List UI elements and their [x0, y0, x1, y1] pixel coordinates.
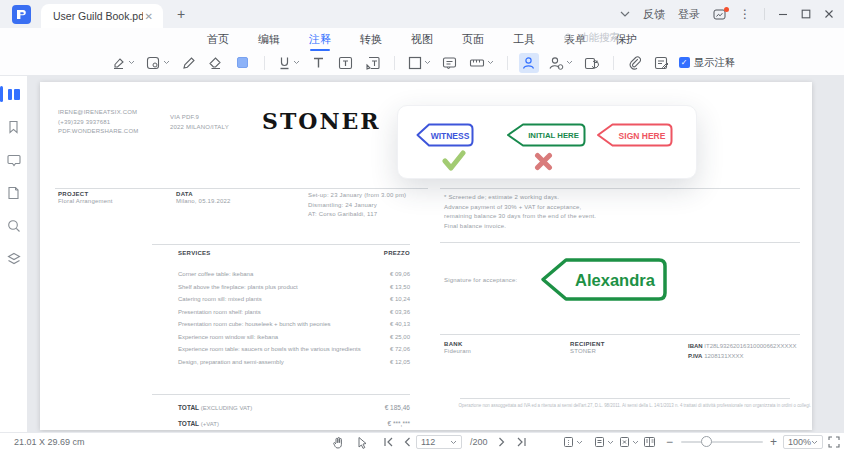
divider	[440, 334, 800, 335]
layers-panel-button[interactable]	[6, 251, 22, 267]
maximize-button[interactable]	[801, 9, 811, 19]
more-menu-icon[interactable]: ⋮	[739, 7, 751, 21]
underline-tool-button[interactable]	[276, 53, 302, 73]
search-icon	[7, 219, 21, 233]
page-scroll-mode-button[interactable]	[619, 433, 639, 450]
pencil-icon	[182, 56, 196, 70]
toolbar: ✓ 显示注释	[0, 50, 844, 76]
attachment-button[interactable]	[625, 53, 645, 73]
comments-panel-button[interactable]	[6, 152, 22, 168]
cursor-icon	[356, 436, 368, 449]
notes-panel-button[interactable]	[652, 53, 672, 73]
hand-icon	[332, 436, 344, 449]
page-layout-button[interactable]	[594, 433, 614, 450]
signature-stamp[interactable]: Alexandra	[540, 257, 668, 302]
stamp-sign-here[interactable]: SIGN HERE	[596, 123, 673, 147]
two-page-view-button[interactable]	[643, 433, 656, 450]
status-bar: 21.01 X 29.69 cm 112 /200 −	[0, 432, 844, 450]
bookmarks-panel-button[interactable]	[6, 119, 22, 135]
fullscreen-button[interactable]	[828, 433, 840, 450]
typewriter-button[interactable]	[363, 53, 383, 73]
zoom-level-field[interactable]: 100%	[783, 435, 823, 449]
measure-button[interactable]	[467, 53, 496, 73]
contact-block: IRENE@IRENEATSIX.COM (+39)329 3937681 PD…	[58, 108, 138, 137]
show-annotations-toggle[interactable]: ✓ 显示注释	[679, 56, 736, 70]
services-header: SERVICES PREZZO	[178, 250, 410, 256]
shapes-button[interactable]	[406, 53, 433, 73]
zoom-out-button[interactable]: −	[666, 433, 673, 450]
zoom-in-button[interactable]: +	[770, 433, 777, 450]
highlight-tool-button[interactable]	[109, 53, 137, 73]
add-text-button[interactable]	[309, 53, 329, 73]
menu-view[interactable]: 视图	[410, 30, 434, 49]
close-button[interactable]	[824, 9, 834, 19]
recipient-block: RECIPIENT STONER	[570, 341, 605, 357]
divider	[152, 244, 410, 245]
last-page-button[interactable]	[516, 433, 527, 450]
stamp-tool-button[interactable]	[519, 53, 539, 73]
single-page-view-button[interactable]	[563, 433, 583, 450]
eraser-tool-button[interactable]	[206, 53, 226, 73]
zoom-slider-knob[interactable]	[701, 436, 712, 447]
attachments-panel-button[interactable]	[6, 185, 22, 201]
collapse-chevron-icon[interactable]	[620, 11, 630, 17]
menu-home[interactable]: 首页	[206, 30, 230, 49]
promotion-icon[interactable]	[713, 9, 726, 20]
text-box-button[interactable]	[336, 53, 356, 73]
color-swatch-button[interactable]	[233, 53, 253, 73]
signature-button[interactable]	[546, 53, 575, 73]
fullscreen-icon	[828, 436, 840, 448]
menu-convert[interactable]: 转换	[359, 30, 383, 49]
notes-block: * Screened de; estimate 2 working days. …	[444, 193, 596, 231]
title-bar: User Guild Book.pdf ✕ + 反馈 登录 ⋮	[0, 0, 844, 28]
table-row: Presentation room cube: houseleek + bunc…	[178, 318, 410, 331]
manage-stamps-button[interactable]	[582, 53, 602, 73]
divider	[55, 188, 428, 189]
new-tab-button[interactable]: +	[177, 6, 185, 22]
menu-tools[interactable]: 工具	[512, 30, 536, 49]
last-page-icon	[516, 437, 527, 447]
chevron-left-icon	[403, 437, 411, 447]
menu-comment[interactable]: 注释	[308, 30, 332, 49]
feature-search-hint: 功能搜索	[578, 31, 620, 45]
zoom-level-value: 100%	[788, 437, 811, 447]
menu-page[interactable]: 页面	[461, 30, 485, 49]
tab-close-icon[interactable]: ✕	[143, 11, 155, 22]
divider	[394, 56, 395, 70]
menu-edit[interactable]: 编辑	[257, 30, 281, 49]
minimize-button[interactable]	[778, 9, 788, 19]
app-logo-icon[interactable]	[12, 5, 31, 24]
first-page-button[interactable]	[383, 433, 394, 450]
page-number-field[interactable]: 112	[416, 435, 462, 449]
thumbnails-panel-button[interactable]	[6, 86, 22, 102]
feedback-button[interactable]: 反馈	[643, 7, 665, 22]
chevron-right-icon	[498, 437, 506, 447]
chevron-down-icon	[450, 440, 457, 445]
login-button[interactable]: 登录	[678, 7, 700, 22]
area-highlight-button[interactable]	[144, 53, 172, 73]
document-tab[interactable]: User Guild Book.pdf ✕	[41, 4, 163, 28]
hand-tool-button[interactable]	[332, 433, 344, 450]
document-viewport[interactable]: IRENE@IRENEATSIX.COM (+39)329 3937681 PD…	[28, 76, 844, 432]
search-panel-button[interactable]	[6, 218, 22, 234]
stamp-initial-here[interactable]: INITIAL HERE	[506, 123, 586, 147]
reject-cross-icon[interactable]	[534, 152, 553, 171]
chevron-down-icon	[632, 440, 639, 445]
sticky-note-button[interactable]	[440, 53, 460, 73]
approve-check-icon[interactable]	[442, 150, 466, 171]
divider	[440, 242, 800, 243]
zoom-slider-track[interactable]	[681, 441, 763, 443]
pencil-tool-button[interactable]	[179, 53, 199, 73]
next-page-button[interactable]	[498, 433, 506, 450]
svg-text:Alexandra: Alexandra	[575, 271, 656, 289]
previous-page-button[interactable]	[403, 433, 411, 450]
table-row: Catering room sill: mixed plants€ 10,24	[178, 293, 410, 306]
rectangle-shape-icon	[408, 56, 422, 70]
zoom-slider[interactable]	[681, 433, 763, 450]
svg-text:INITIAL HERE: INITIAL HERE	[528, 131, 579, 140]
sticky-note-icon	[442, 56, 457, 70]
select-tool-button[interactable]	[356, 433, 368, 450]
left-panel-bar	[0, 76, 28, 432]
feature-search[interactable]: 功能搜索	[563, 31, 620, 45]
stamp-witness[interactable]: WITNESS	[416, 123, 474, 147]
